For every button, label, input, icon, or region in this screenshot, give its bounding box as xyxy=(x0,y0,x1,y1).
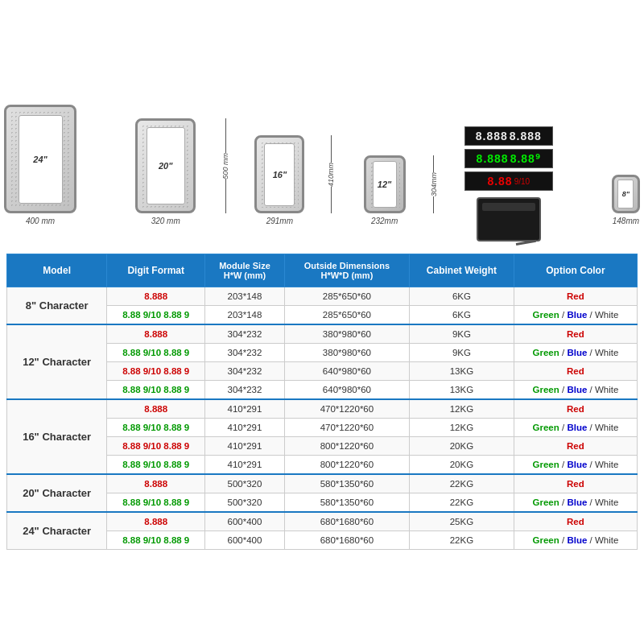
seg-green-text: 8.888 xyxy=(477,152,509,165)
digit-shape-8: 8" xyxy=(612,175,640,213)
color-gbw-label: Green / Blue / White xyxy=(533,460,619,469)
seg-green-text2: 8.88⁹ xyxy=(510,152,541,165)
color-gbw-label: Green / Blue / White xyxy=(533,385,619,394)
digit-shape-16: 16" xyxy=(254,135,304,213)
dim-h-16: 410mm xyxy=(327,163,335,187)
digit-format-cell: 8.888 xyxy=(107,324,205,344)
color-red-label: Red xyxy=(567,517,584,526)
digit-label-20: 20" xyxy=(159,161,172,171)
model-cell-1: 12" Character xyxy=(7,324,107,399)
color-red-label: Red xyxy=(567,329,584,339)
digit-label-16: 16" xyxy=(273,170,287,180)
v-dim-16: 410mm xyxy=(327,135,335,213)
col-digit-format: Digit Format xyxy=(107,254,205,287)
color-red-label: Red xyxy=(567,291,584,301)
digit-format-cell: 8.88 9/10 8.88 9 xyxy=(107,531,205,550)
digit-label-24: 24" xyxy=(33,155,47,164)
module-size-cell: 410*291 xyxy=(205,456,285,475)
outer-dim-cell: 470*1220*60 xyxy=(284,399,409,419)
outer-dim-cell: 800*1220*60 xyxy=(284,437,409,456)
module-size-cell: 304*232 xyxy=(205,324,285,344)
model-cell-3: 20" Character xyxy=(7,474,107,512)
option-color-cell: Red xyxy=(514,324,637,344)
display-white: 8.888 8.888 xyxy=(464,126,553,146)
color-gbw-label: Green / Blue / White xyxy=(533,423,619,432)
module-size-cell: 410*291 xyxy=(205,399,285,419)
module-size-cell: 500*320 xyxy=(205,493,285,513)
display-green: 8.888 8.88⁹ xyxy=(464,149,553,168)
option-color-cell: Green / Blue / White xyxy=(514,493,637,513)
weight-cell: 9KG xyxy=(410,344,514,362)
option-color-cell: Green / Blue / White xyxy=(514,531,637,550)
digit-format-cell: 8.888 xyxy=(107,512,205,531)
module-size-cell: 410*291 xyxy=(205,419,285,437)
color-gbw-label: Green / Blue / White xyxy=(533,535,619,545)
digit-format-cell: 8.88 9/10 8.88 9 xyxy=(107,306,205,325)
seg-white-text: 8.888 xyxy=(476,130,508,142)
digit-format-cell: 8.88 9/10 8.88 9 xyxy=(107,437,205,456)
module-size-cell: 203*148 xyxy=(205,306,285,325)
digit-format-cell: 8.88 9/10 8.88 9 xyxy=(107,493,205,513)
outer-dim-cell: 380*980*60 xyxy=(284,344,409,362)
col-model: Model xyxy=(7,254,107,287)
weight-cell: 6KG xyxy=(410,287,514,306)
spec-table-section: Model Digit Format Module SizeH*W (mm) O… xyxy=(0,250,644,644)
digit-shape-20: 20" xyxy=(135,118,196,213)
option-color-cell: Red xyxy=(514,437,637,456)
display-examples-group: 8.888 8.888 8.888 8.88⁹ 8.88 9/10 xyxy=(464,126,553,242)
color-gbw-label: Green / Blue / White xyxy=(533,348,619,357)
power-supply xyxy=(477,197,541,242)
dim-h-20: 500 mm xyxy=(221,153,229,180)
module-size-cell: 304*232 xyxy=(205,344,285,362)
outer-dim-cell: 680*1680*60 xyxy=(284,512,409,531)
outer-dim-cell: 380*980*60 xyxy=(284,324,409,344)
dim-w-16: 291mm xyxy=(266,217,293,225)
weight-cell: 22KG xyxy=(410,474,514,493)
color-red-label: Red xyxy=(567,404,584,414)
spec-table: Model Digit Format Module SizeH*W (mm) O… xyxy=(6,254,638,550)
seg-red-sup: 9/10 xyxy=(514,177,530,186)
weight-cell: 9KG xyxy=(410,324,514,344)
col-module-size: Module SizeH*W (mm) xyxy=(205,254,285,287)
digit-format-cell: 8.88 9/10 8.88 9 xyxy=(107,381,205,400)
digit-label-12: 12" xyxy=(378,180,391,189)
ps-stripe xyxy=(482,203,535,211)
seg-white-text2: 8.888 xyxy=(510,130,542,142)
outer-dim-cell: 285*650*60 xyxy=(284,287,409,306)
option-color-cell: Red xyxy=(514,287,637,306)
v-dim-12: 304mm xyxy=(430,155,438,213)
dim-h-12: 304mm xyxy=(430,172,438,196)
weight-cell: 13KG xyxy=(410,381,514,400)
col-cabinet-weight: Cabinet Weight xyxy=(410,254,514,287)
outer-dim-cell: 285*650*60 xyxy=(284,306,409,325)
color-red-label: Red xyxy=(567,479,584,489)
option-color-cell: Green / Blue / White xyxy=(514,306,637,325)
outer-dim-cell: 680*1680*60 xyxy=(284,531,409,550)
outer-dim-cell: 580*1350*60 xyxy=(284,493,409,513)
module-size-cell: 304*232 xyxy=(205,362,285,381)
digit-format-cell: 8.88 9/10 8.88 9 xyxy=(107,344,205,362)
outer-dim-cell: 470*1220*60 xyxy=(284,419,409,437)
dim-w-24: 400 mm xyxy=(26,217,55,225)
color-gbw-label: Green / Blue / White xyxy=(533,497,619,507)
module-size-cell: 600*400 xyxy=(205,512,285,531)
weight-cell: 20KG xyxy=(410,437,514,456)
digit-format-cell: 8.88 9/10 8.88 9 xyxy=(107,362,205,381)
weight-cell: 13KG xyxy=(410,362,514,381)
power-cord xyxy=(516,240,536,246)
option-color-cell: Red xyxy=(514,512,637,531)
dim-w-8: 148mm xyxy=(613,217,639,225)
col-option-color: Option Color xyxy=(514,254,637,287)
model-cell-0: 8" Character xyxy=(7,287,107,325)
color-red-label: Red xyxy=(567,366,584,376)
option-color-cell: Red xyxy=(514,362,637,381)
weight-cell: 22KG xyxy=(410,531,514,550)
col-outside-dim: Outside DimensionsH*W*D (mm) xyxy=(284,254,409,287)
digit-format-cell: 8.888 xyxy=(107,399,205,419)
option-color-cell: Green / Blue / White xyxy=(514,419,637,437)
outer-dim-cell: 580*1350*60 xyxy=(284,474,409,493)
module-size-cell: 203*148 xyxy=(205,287,285,306)
v-dim-20: 500 mm xyxy=(221,118,229,213)
option-color-cell: Green / Blue / White xyxy=(514,456,637,475)
option-color-cell: Green / Blue / White xyxy=(514,344,637,362)
